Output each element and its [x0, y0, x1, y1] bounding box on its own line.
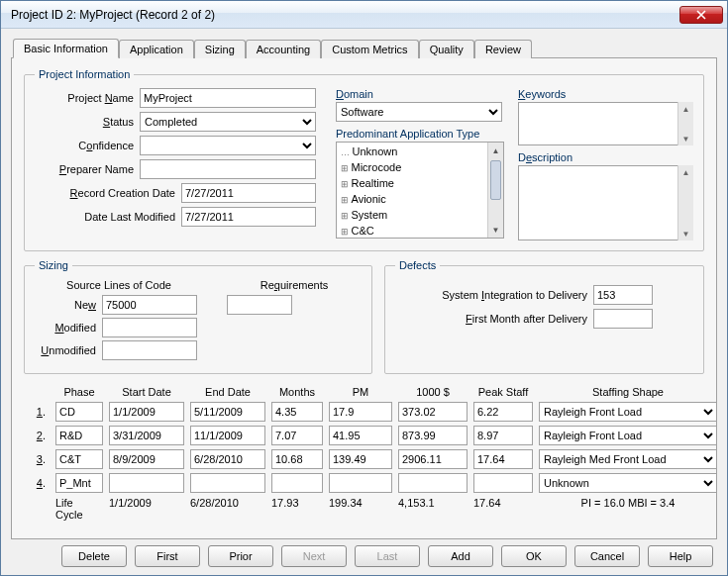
delete-button[interactable]: Delete — [61, 545, 127, 567]
requirements-input[interactable] — [227, 295, 292, 315]
phase-input[interactable] — [55, 426, 103, 445]
pm-input[interactable] — [329, 426, 392, 445]
date-last-modified-input[interactable] — [181, 207, 316, 227]
help-button[interactable]: Help — [648, 545, 713, 567]
cost-input[interactable] — [398, 426, 468, 445]
summary-pm: 199.34 — [329, 497, 392, 521]
months-input[interactable] — [271, 426, 323, 445]
keywords-scrollbar[interactable]: ▲▼ — [677, 102, 693, 145]
tree-item-microcode[interactable]: Microcode — [339, 160, 501, 176]
summary-extra: PI = 16.0 MBI = 3.4 — [539, 497, 717, 521]
description-textarea[interactable] — [518, 165, 693, 240]
new-input[interactable] — [102, 295, 197, 315]
requirements-header: Requirements — [227, 279, 362, 291]
start-input[interactable] — [109, 473, 184, 493]
phase-grid: Phase Start Date End Date Months PM 1000… — [24, 386, 704, 521]
tab-body: Project Information Project Name StatusC… — [11, 58, 717, 539]
pm-input[interactable] — [329, 473, 392, 493]
row-num: 3. — [24, 453, 50, 465]
col-peak: Peak Staff — [473, 386, 533, 398]
months-input[interactable] — [271, 449, 323, 469]
cost-input[interactable] — [398, 402, 468, 422]
button-row: DeleteFirstPriorNextLastAddOKCancelHelp — [11, 539, 717, 569]
ok-button[interactable]: OK — [501, 545, 567, 567]
project-name-input[interactable] — [140, 88, 316, 108]
peak-input[interactable] — [473, 426, 533, 445]
tree-item-cc[interactable]: C&C — [339, 224, 501, 239]
tree-item-realtime[interactable]: Realtime — [339, 176, 501, 192]
domain-select[interactable]: Software — [336, 102, 502, 122]
status-select[interactable]: Completed — [140, 112, 316, 132]
phase-input[interactable] — [55, 449, 103, 469]
next-button[interactable]: Next — [281, 545, 347, 567]
sloc-header: Source Lines of Code — [35, 279, 203, 291]
summary-end: 6/28/2010 — [190, 497, 265, 521]
label-description: Description — [518, 151, 693, 163]
peak-input[interactable] — [473, 402, 533, 422]
phase-input[interactable] — [55, 473, 103, 493]
pm-input[interactable] — [329, 449, 392, 469]
phase-row: 4.Unknown — [24, 473, 704, 493]
end-input[interactable] — [190, 402, 265, 422]
start-input[interactable] — [109, 402, 184, 422]
months-input[interactable] — [271, 402, 323, 422]
modified-input[interactable] — [102, 318, 197, 337]
peak-input[interactable] — [473, 473, 533, 493]
shape-select[interactable]: Rayleigh Med Front Load — [539, 449, 717, 469]
app-type-tree[interactable]: Unknown Microcode Realtime Avionic Syste… — [336, 142, 504, 239]
end-input[interactable] — [190, 473, 265, 493]
tree-item-avionic[interactable]: Avionic — [339, 192, 501, 208]
start-input[interactable] — [109, 426, 184, 445]
cost-input[interactable] — [398, 449, 468, 469]
shape-select[interactable]: Rayleigh Front Load — [539, 426, 717, 445]
phase-input[interactable] — [55, 402, 103, 422]
tab-application[interactable]: Application — [119, 40, 194, 58]
end-input[interactable] — [190, 449, 265, 469]
pm-input[interactable] — [329, 402, 392, 422]
shape-select[interactable]: Rayleigh Front Load — [539, 402, 717, 422]
dialog-window: Project ID 2: MyProject (Record 2 of 2) … — [0, 0, 728, 576]
cost-input[interactable] — [398, 473, 468, 493]
confidence-select[interactable] — [140, 136, 316, 155]
label-project-name: Project Name — [35, 92, 140, 104]
tab-row: Basic Information Application Sizing Acc… — [11, 37, 717, 58]
project-information-legend: Project Information — [35, 68, 134, 80]
keywords-textarea[interactable] — [518, 102, 693, 145]
label-domain: Domain — [336, 88, 504, 100]
months-input[interactable] — [271, 473, 323, 493]
tab-review[interactable]: Review — [474, 40, 532, 58]
end-input[interactable] — [190, 426, 265, 445]
tree-scrollbar[interactable]: ▲▼ — [487, 143, 503, 238]
tab-quality[interactable]: Quality — [419, 40, 474, 58]
tab-basic-information[interactable]: Basic Information — [13, 39, 119, 58]
tree-item-unknown[interactable]: Unknown — [339, 144, 501, 160]
close-button[interactable] — [679, 6, 723, 24]
content-area: Basic Information Application Sizing Acc… — [1, 29, 727, 575]
first-month-input[interactable] — [593, 309, 653, 329]
unmodified-input[interactable] — [102, 340, 197, 360]
peak-input[interactable] — [473, 449, 533, 469]
last-button[interactable]: Last — [355, 545, 420, 567]
first-button[interactable]: First — [135, 545, 200, 567]
tree-item-system[interactable]: System — [339, 208, 501, 224]
tab-accounting[interactable]: Accounting — [246, 40, 321, 58]
prior-button[interactable]: Prior — [208, 545, 273, 567]
record-creation-input[interactable] — [181, 183, 316, 203]
sys-int-input[interactable] — [593, 285, 653, 305]
tab-custom-metrics[interactable]: Custom Metrics — [321, 40, 418, 58]
sizing-legend: Sizing — [35, 259, 72, 271]
summary-cost: 4,153.1 — [398, 497, 468, 521]
cancel-button[interactable]: Cancel — [574, 545, 640, 567]
add-button[interactable]: Add — [428, 545, 493, 567]
phase-row: 1.Rayleigh Front Load — [24, 402, 704, 422]
start-input[interactable] — [109, 449, 184, 469]
close-icon — [696, 10, 706, 20]
label-first-month: First Month after Delivery — [395, 313, 593, 325]
description-scrollbar[interactable]: ▲▼ — [677, 165, 693, 240]
col-pm: PM — [329, 386, 392, 398]
tab-sizing[interactable]: Sizing — [194, 40, 246, 58]
label-date-last-modified: Date Last Modified — [35, 211, 181, 223]
shape-select[interactable]: Unknown — [539, 473, 717, 493]
preparer-name-input[interactable] — [140, 159, 316, 179]
label-record-creation: Record Creation Date — [35, 187, 181, 199]
